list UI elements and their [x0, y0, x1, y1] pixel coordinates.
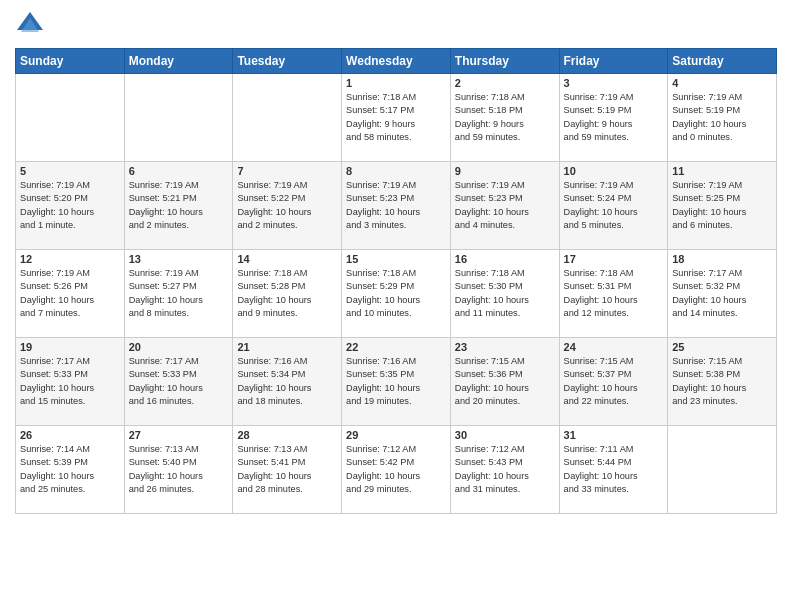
calendar-week-row-4: 19Sunrise: 7:17 AM Sunset: 5:33 PM Dayli…: [16, 338, 777, 426]
calendar-cell: [668, 426, 777, 514]
calendar-cell: 24Sunrise: 7:15 AM Sunset: 5:37 PM Dayli…: [559, 338, 668, 426]
header: [15, 10, 777, 40]
weekday-header-saturday: Saturday: [668, 49, 777, 74]
calendar-cell: 8Sunrise: 7:19 AM Sunset: 5:23 PM Daylig…: [342, 162, 451, 250]
calendar-cell: 23Sunrise: 7:15 AM Sunset: 5:36 PM Dayli…: [450, 338, 559, 426]
day-info: Sunrise: 7:15 AM Sunset: 5:37 PM Dayligh…: [564, 355, 664, 408]
calendar-cell: [233, 74, 342, 162]
day-number: 30: [455, 429, 555, 441]
day-info: Sunrise: 7:11 AM Sunset: 5:44 PM Dayligh…: [564, 443, 664, 496]
day-number: 20: [129, 341, 229, 353]
calendar-table: SundayMondayTuesdayWednesdayThursdayFrid…: [15, 48, 777, 514]
calendar-cell: 19Sunrise: 7:17 AM Sunset: 5:33 PM Dayli…: [16, 338, 125, 426]
calendar-cell: 28Sunrise: 7:13 AM Sunset: 5:41 PM Dayli…: [233, 426, 342, 514]
day-number: 26: [20, 429, 120, 441]
day-number: 19: [20, 341, 120, 353]
calendar-cell: 10Sunrise: 7:19 AM Sunset: 5:24 PM Dayli…: [559, 162, 668, 250]
calendar-cell: 16Sunrise: 7:18 AM Sunset: 5:30 PM Dayli…: [450, 250, 559, 338]
calendar-cell: 2Sunrise: 7:18 AM Sunset: 5:18 PM Daylig…: [450, 74, 559, 162]
day-info: Sunrise: 7:12 AM Sunset: 5:43 PM Dayligh…: [455, 443, 555, 496]
day-number: 14: [237, 253, 337, 265]
day-number: 23: [455, 341, 555, 353]
day-number: 2: [455, 77, 555, 89]
day-info: Sunrise: 7:19 AM Sunset: 5:26 PM Dayligh…: [20, 267, 120, 320]
weekday-header-monday: Monday: [124, 49, 233, 74]
calendar-week-row-2: 5Sunrise: 7:19 AM Sunset: 5:20 PM Daylig…: [16, 162, 777, 250]
day-number: 31: [564, 429, 664, 441]
day-info: Sunrise: 7:19 AM Sunset: 5:24 PM Dayligh…: [564, 179, 664, 232]
day-info: Sunrise: 7:14 AM Sunset: 5:39 PM Dayligh…: [20, 443, 120, 496]
day-number: 21: [237, 341, 337, 353]
day-number: 28: [237, 429, 337, 441]
logo-icon: [15, 10, 45, 40]
day-number: 24: [564, 341, 664, 353]
calendar-cell: 30Sunrise: 7:12 AM Sunset: 5:43 PM Dayli…: [450, 426, 559, 514]
day-number: 5: [20, 165, 120, 177]
day-info: Sunrise: 7:13 AM Sunset: 5:40 PM Dayligh…: [129, 443, 229, 496]
calendar-cell: 4Sunrise: 7:19 AM Sunset: 5:19 PM Daylig…: [668, 74, 777, 162]
calendar-cell: 22Sunrise: 7:16 AM Sunset: 5:35 PM Dayli…: [342, 338, 451, 426]
day-info: Sunrise: 7:19 AM Sunset: 5:19 PM Dayligh…: [672, 91, 772, 144]
calendar-cell: 14Sunrise: 7:18 AM Sunset: 5:28 PM Dayli…: [233, 250, 342, 338]
day-number: 12: [20, 253, 120, 265]
day-number: 3: [564, 77, 664, 89]
day-number: 18: [672, 253, 772, 265]
calendar-cell: 9Sunrise: 7:19 AM Sunset: 5:23 PM Daylig…: [450, 162, 559, 250]
day-number: 16: [455, 253, 555, 265]
day-info: Sunrise: 7:19 AM Sunset: 5:20 PM Dayligh…: [20, 179, 120, 232]
day-number: 22: [346, 341, 446, 353]
day-number: 6: [129, 165, 229, 177]
calendar-cell: 17Sunrise: 7:18 AM Sunset: 5:31 PM Dayli…: [559, 250, 668, 338]
weekday-header-thursday: Thursday: [450, 49, 559, 74]
day-number: 9: [455, 165, 555, 177]
calendar-week-row-3: 12Sunrise: 7:19 AM Sunset: 5:26 PM Dayli…: [16, 250, 777, 338]
day-info: Sunrise: 7:19 AM Sunset: 5:22 PM Dayligh…: [237, 179, 337, 232]
day-info: Sunrise: 7:17 AM Sunset: 5:33 PM Dayligh…: [20, 355, 120, 408]
day-number: 4: [672, 77, 772, 89]
day-info: Sunrise: 7:18 AM Sunset: 5:18 PM Dayligh…: [455, 91, 555, 144]
day-info: Sunrise: 7:18 AM Sunset: 5:17 PM Dayligh…: [346, 91, 446, 144]
day-number: 17: [564, 253, 664, 265]
calendar-cell: 27Sunrise: 7:13 AM Sunset: 5:40 PM Dayli…: [124, 426, 233, 514]
calendar-cell: [124, 74, 233, 162]
page: SundayMondayTuesdayWednesdayThursdayFrid…: [0, 0, 792, 612]
day-number: 11: [672, 165, 772, 177]
day-info: Sunrise: 7:13 AM Sunset: 5:41 PM Dayligh…: [237, 443, 337, 496]
day-number: 8: [346, 165, 446, 177]
day-info: Sunrise: 7:18 AM Sunset: 5:28 PM Dayligh…: [237, 267, 337, 320]
calendar-week-row-1: 1Sunrise: 7:18 AM Sunset: 5:17 PM Daylig…: [16, 74, 777, 162]
day-number: 27: [129, 429, 229, 441]
calendar-cell: 3Sunrise: 7:19 AM Sunset: 5:19 PM Daylig…: [559, 74, 668, 162]
calendar-cell: 20Sunrise: 7:17 AM Sunset: 5:33 PM Dayli…: [124, 338, 233, 426]
weekday-header-tuesday: Tuesday: [233, 49, 342, 74]
day-info: Sunrise: 7:18 AM Sunset: 5:29 PM Dayligh…: [346, 267, 446, 320]
logo: [15, 10, 49, 40]
day-info: Sunrise: 7:16 AM Sunset: 5:34 PM Dayligh…: [237, 355, 337, 408]
calendar-cell: 15Sunrise: 7:18 AM Sunset: 5:29 PM Dayli…: [342, 250, 451, 338]
day-info: Sunrise: 7:19 AM Sunset: 5:23 PM Dayligh…: [455, 179, 555, 232]
day-info: Sunrise: 7:19 AM Sunset: 5:25 PM Dayligh…: [672, 179, 772, 232]
day-info: Sunrise: 7:17 AM Sunset: 5:32 PM Dayligh…: [672, 267, 772, 320]
weekday-header-wednesday: Wednesday: [342, 49, 451, 74]
day-number: 7: [237, 165, 337, 177]
weekday-header-friday: Friday: [559, 49, 668, 74]
day-info: Sunrise: 7:19 AM Sunset: 5:27 PM Dayligh…: [129, 267, 229, 320]
day-info: Sunrise: 7:15 AM Sunset: 5:36 PM Dayligh…: [455, 355, 555, 408]
calendar-cell: 29Sunrise: 7:12 AM Sunset: 5:42 PM Dayli…: [342, 426, 451, 514]
calendar-cell: 6Sunrise: 7:19 AM Sunset: 5:21 PM Daylig…: [124, 162, 233, 250]
day-info: Sunrise: 7:19 AM Sunset: 5:19 PM Dayligh…: [564, 91, 664, 144]
day-number: 1: [346, 77, 446, 89]
calendar-cell: 11Sunrise: 7:19 AM Sunset: 5:25 PM Dayli…: [668, 162, 777, 250]
day-number: 13: [129, 253, 229, 265]
day-number: 10: [564, 165, 664, 177]
calendar-cell: 5Sunrise: 7:19 AM Sunset: 5:20 PM Daylig…: [16, 162, 125, 250]
day-info: Sunrise: 7:18 AM Sunset: 5:30 PM Dayligh…: [455, 267, 555, 320]
day-info: Sunrise: 7:18 AM Sunset: 5:31 PM Dayligh…: [564, 267, 664, 320]
calendar-cell: 21Sunrise: 7:16 AM Sunset: 5:34 PM Dayli…: [233, 338, 342, 426]
calendar-cell: [16, 74, 125, 162]
calendar-cell: 7Sunrise: 7:19 AM Sunset: 5:22 PM Daylig…: [233, 162, 342, 250]
day-info: Sunrise: 7:19 AM Sunset: 5:23 PM Dayligh…: [346, 179, 446, 232]
weekday-header-row: SundayMondayTuesdayWednesdayThursdayFrid…: [16, 49, 777, 74]
day-number: 29: [346, 429, 446, 441]
day-number: 15: [346, 253, 446, 265]
